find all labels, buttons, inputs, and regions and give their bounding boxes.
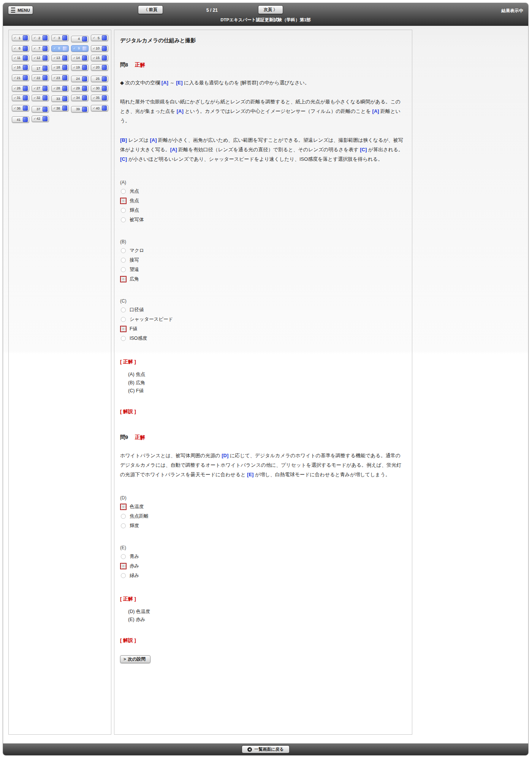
question-nav-button-18[interactable]: ✓18	[51, 64, 69, 71]
question-number-label: 4	[76, 37, 82, 41]
question-nav-button-34[interactable]: ✓34	[71, 95, 89, 101]
question-nav-button-8[interactable]: ✓8	[51, 45, 69, 52]
question-section: 問9正解ホワイトバランスとは、被写体周囲の光源の [D] に応じて、デジタルカメ…	[120, 434, 404, 644]
question-number-label: 30	[96, 86, 102, 90]
radio-icon[interactable]	[121, 564, 126, 569]
radio-option[interactable]: 焦点距離	[120, 513, 404, 520]
question-nav-button-33[interactable]: 33	[51, 95, 69, 102]
prev-page-button[interactable]: 〈 前頁	[138, 5, 163, 14]
radio-option[interactable]: F値	[120, 326, 404, 332]
radio-icon[interactable]	[121, 554, 126, 559]
radio-option[interactable]: 望遠	[120, 266, 404, 273]
radio-option[interactable]: 色温度	[120, 504, 404, 510]
radio-option[interactable]: 輝度	[120, 523, 404, 529]
question-nav-button-35[interactable]: ✓35	[91, 95, 108, 101]
radio-icon[interactable]	[121, 504, 126, 509]
radio-option[interactable]: 赤み	[120, 563, 404, 569]
question-nav-button-26[interactable]: ✓26	[12, 85, 29, 92]
radio-icon[interactable]	[121, 189, 126, 194]
question-section: 問8正解◆ 次の文中の空欄 [A] ～ [E] に入る最も適切なものを [解答群…	[120, 62, 404, 415]
question-nav-button-4[interactable]: 4	[71, 36, 89, 42]
question-nav-button-29[interactable]: ✓29	[71, 85, 89, 92]
radio-option[interactable]: マクロ	[120, 247, 404, 254]
question-nav-button-41[interactable]: 41	[12, 116, 29, 123]
radio-icon[interactable]	[121, 217, 126, 222]
question-number-label: 35	[96, 96, 102, 100]
question-nav-button-21[interactable]: ✓21	[12, 74, 29, 81]
question-nav-button-13[interactable]: ✓13	[51, 55, 69, 61]
option-label: 輝度	[130, 523, 139, 529]
question-nav-button-40[interactable]: ✓40	[91, 105, 108, 111]
question-nav-button-27[interactable]: ✓27	[32, 85, 49, 92]
radio-icon[interactable]	[121, 248, 126, 253]
question-nav-button-37[interactable]: 37	[32, 106, 49, 113]
answer-group-label: (D)	[120, 495, 404, 501]
radio-icon[interactable]	[121, 317, 126, 322]
question-nav-button-42[interactable]: ✓42	[32, 116, 49, 122]
radio-option[interactable]: 光点	[120, 188, 404, 195]
answered-check-icon: ✓	[33, 117, 36, 120]
question-nav-button-23[interactable]: ✓23	[51, 74, 69, 81]
question-paragraph: ホワイトバランスとは、被写体周囲の光源の [D] に応じて、デジタルカメラのホワ…	[120, 451, 404, 479]
radio-option[interactable]: 広角	[120, 276, 404, 282]
next-question-button[interactable]: > 次の設問	[120, 655, 150, 663]
question-nav-button-6[interactable]: ✓6	[12, 45, 29, 52]
question-nav-button-14[interactable]: ✓14	[71, 55, 89, 61]
question-nav-button-10[interactable]: ✓10	[91, 45, 108, 52]
question-nav-button-32[interactable]: ✓32	[32, 95, 49, 101]
question-nav-button-17[interactable]: 17	[32, 65, 49, 71]
question-nav-button-36[interactable]: ✓36	[12, 105, 29, 111]
radio-icon[interactable]	[121, 514, 126, 519]
radio-icon[interactable]	[121, 307, 126, 312]
question-number: 問8	[120, 62, 128, 68]
question-nav-button-1[interactable]: ✓1	[12, 35, 29, 41]
question-nav-button-38[interactable]: ✓38	[51, 105, 69, 111]
radio-icon[interactable]	[121, 258, 126, 263]
radio-icon[interactable]	[121, 523, 126, 528]
question-nav-button-25[interactable]: 25	[91, 76, 108, 82]
radio-option[interactable]: 口径値	[120, 307, 404, 313]
answered-check-icon: ✓	[92, 87, 96, 90]
flag-square-icon	[23, 46, 28, 51]
radio-icon[interactable]	[121, 208, 126, 213]
radio-option[interactable]: ISO感度	[120, 335, 404, 342]
question-nav-button-22[interactable]: ✓22	[32, 74, 49, 81]
question-nav-button-16[interactable]: ✓16	[12, 64, 29, 71]
radio-icon[interactable]	[121, 277, 126, 282]
question-nav-button-24[interactable]: 24	[71, 76, 89, 82]
question-nav-button-3[interactable]: ✓3	[51, 35, 69, 41]
question-nav-button-19[interactable]: ✓19	[71, 64, 89, 71]
question-nav-button-20[interactable]: ✓20	[91, 64, 108, 71]
question-paragraph: [B] レンズは [A] 距離が小さく、画角が広いため、広い範囲を写すことができ…	[120, 135, 404, 164]
menu-button[interactable]: MENU	[8, 6, 33, 14]
radio-option[interactable]: 青み	[120, 553, 404, 560]
question-nav-button-15[interactable]: ✓15	[91, 55, 108, 61]
radio-icon[interactable]	[121, 198, 126, 203]
radio-option[interactable]: 被写体	[120, 217, 404, 223]
question-nav-button-2[interactable]: ✓2	[32, 35, 49, 41]
radio-icon[interactable]	[121, 573, 126, 578]
radio-icon[interactable]	[121, 336, 126, 341]
back-to-list-button[interactable]: 一覧画面に戻る	[242, 745, 290, 753]
question-nav-button-39[interactable]: 39	[71, 106, 89, 113]
radio-holder	[120, 217, 127, 223]
answered-check-icon: ✓	[92, 56, 96, 60]
radio-option[interactable]: 緑み	[120, 572, 404, 579]
question-nav-button-5[interactable]: ✓5	[91, 35, 108, 41]
radio-option[interactable]: 接写	[120, 257, 404, 263]
question-nav-button-28[interactable]: ✓28	[51, 85, 69, 92]
radio-option[interactable]: シャッタースピード	[120, 316, 404, 323]
question-nav-button-7[interactable]: ✓7	[32, 45, 49, 52]
question-nav-button-30[interactable]: ✓30	[91, 85, 108, 92]
radio-option[interactable]: 焦点	[120, 198, 404, 204]
question-nav-button-12[interactable]: ✓12	[32, 55, 49, 61]
question-nav-button-11[interactable]: ✓11	[12, 55, 29, 61]
question-nav-button-9[interactable]: ✓9	[71, 45, 89, 52]
radio-icon[interactable]	[121, 326, 126, 331]
radio-icon[interactable]	[121, 267, 126, 272]
flag-square-icon	[102, 46, 107, 51]
next-page-button[interactable]: 次頁 〉	[258, 5, 283, 14]
question-nav-button-31[interactable]: ✓31	[12, 95, 29, 101]
option-label: シャッタースピード	[130, 316, 173, 323]
radio-option[interactable]: 輝点	[120, 207, 404, 214]
